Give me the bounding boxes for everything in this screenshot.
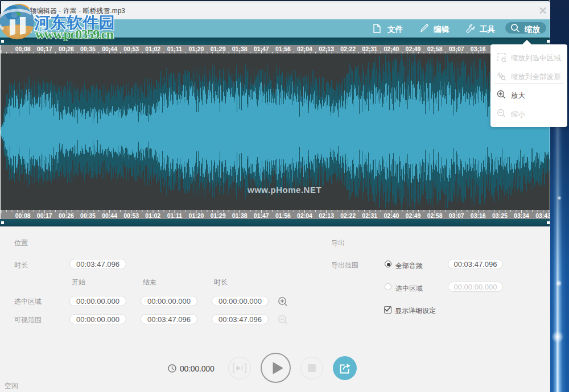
svg-text:03:07: 03:07 — [449, 212, 464, 219]
svg-text:03:43: 03:43 — [535, 212, 550, 219]
svg-text:00:53: 00:53 — [123, 46, 139, 52]
svg-text:02:31: 02:31 — [362, 212, 377, 219]
svg-text:00:35: 00:35 — [80, 46, 96, 52]
svg-text:02:40: 02:40 — [384, 46, 399, 52]
svg-text:01:29: 01:29 — [211, 46, 226, 52]
svg-text:02:13: 02:13 — [319, 212, 334, 219]
svg-text:00:17: 00:17 — [37, 212, 52, 219]
svg-text:03:07: 03:07 — [449, 46, 464, 52]
svg-text:00:08: 00:08 — [15, 212, 31, 219]
svg-text:02:40: 02:40 — [384, 212, 399, 219]
svg-text:02:04: 02:04 — [297, 212, 312, 219]
svg-text:02:04: 02:04 — [297, 46, 312, 52]
svg-text:01:02: 01:02 — [145, 46, 160, 52]
svg-text:02:22: 02:22 — [340, 212, 356, 219]
svg-text:02:22: 02:22 — [340, 46, 356, 52]
svg-text:02:49: 02:49 — [406, 46, 421, 52]
svg-text:02:58: 02:58 — [427, 46, 443, 52]
svg-text:01:20: 01:20 — [189, 46, 204, 52]
svg-text:00:26: 00:26 — [59, 212, 74, 219]
svg-text:02:58: 02:58 — [427, 212, 443, 219]
svg-text:00:17: 00:17 — [37, 46, 52, 52]
svg-text:01:38: 01:38 — [232, 46, 248, 52]
svg-text:01:20: 01:20 — [189, 212, 204, 219]
svg-text:03:16: 03:16 — [471, 212, 486, 219]
svg-text:01:11: 01:11 — [167, 46, 182, 52]
svg-text:03:16: 03:16 — [471, 46, 486, 52]
svg-text:00:44: 00:44 — [102, 212, 117, 219]
svg-text:01:29: 01:29 — [211, 212, 226, 219]
svg-text:02:31: 02:31 — [362, 46, 377, 52]
svg-text:02:13: 02:13 — [319, 46, 334, 52]
svg-text:01:47: 01:47 — [254, 212, 269, 219]
svg-text:01:02: 01:02 — [145, 212, 160, 219]
svg-text:00:44: 00:44 — [102, 46, 117, 52]
svg-text:03:34: 03:34 — [514, 212, 529, 219]
svg-text:00:35: 00:35 — [80, 212, 96, 219]
svg-text:03:25: 03:25 — [492, 212, 508, 219]
svg-text:01:56: 01:56 — [275, 212, 291, 219]
svg-text:02:49: 02:49 — [406, 212, 421, 219]
svg-text:01:11: 01:11 — [167, 212, 182, 219]
svg-text:01:56: 01:56 — [275, 46, 291, 52]
svg-text:00:26: 00:26 — [59, 46, 74, 52]
svg-text:00:53: 00:53 — [123, 212, 139, 219]
svg-text:00:08: 00:08 — [15, 46, 31, 52]
svg-text:01:38: 01:38 — [232, 212, 248, 219]
svg-text:01:47: 01:47 — [254, 46, 269, 52]
